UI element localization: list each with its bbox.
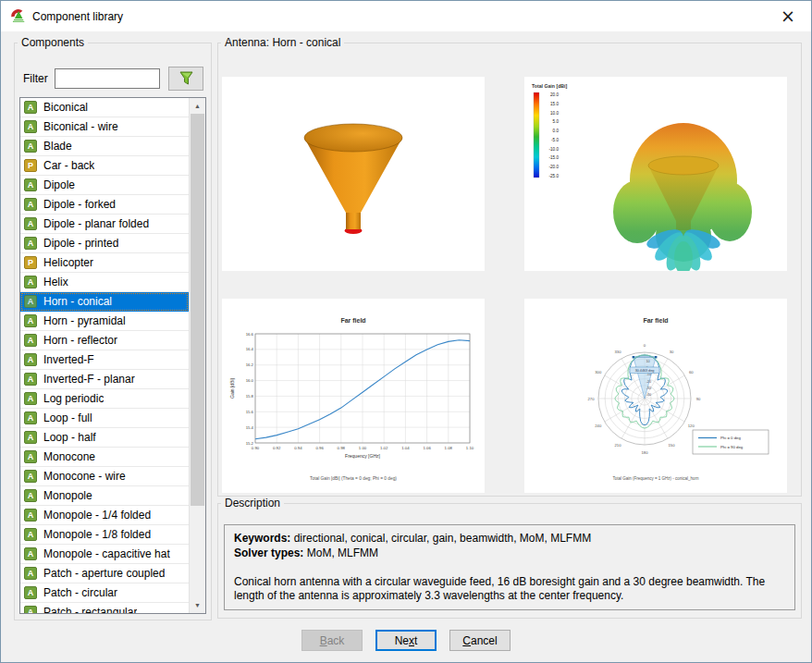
- list-item[interactable]: AInverted-F: [20, 350, 189, 370]
- back-button[interactable]: Back: [301, 630, 363, 651]
- list-scrollbar[interactable]: ▲ ▼: [189, 98, 205, 613]
- next-button[interactable]: Next: [375, 630, 437, 651]
- list-item-label: Dipole: [43, 178, 75, 191]
- description-text: Conical horn antenna with a circular wav…: [234, 575, 785, 605]
- antenna-icon: A: [24, 547, 37, 560]
- svg-text:16.6: 16.6: [246, 332, 254, 337]
- list-item-label: Biconical: [43, 101, 88, 114]
- list-item[interactable]: ADipole - planar folded: [20, 215, 189, 234]
- svg-text:Total Gain [dBi] (Theta = 0 de: Total Gain [dBi] (Theta = 0 deg; Phi = 0…: [310, 476, 397, 481]
- preview-group: Antenna: Horn - conical: [217, 36, 802, 497]
- antenna-icon: A: [24, 450, 37, 463]
- filter-row: Filter: [23, 66, 203, 91]
- svg-text:Total Gain (Frequency = 1 GHz): Total Gain (Frequency = 1 GHz) - conical…: [612, 476, 699, 481]
- list-item-label: Inverted-F - planar: [43, 373, 135, 386]
- list-item[interactable]: APatch - rectangular: [20, 603, 189, 613]
- antenna-icon: A: [24, 528, 37, 541]
- list-item[interactable]: AMonopole - capacitive hat: [20, 545, 189, 564]
- svg-text:-20: -20: [646, 380, 652, 384]
- list-item[interactable]: ALog periodic: [20, 389, 189, 409]
- platform-icon: P: [24, 256, 37, 269]
- svg-text:1.06: 1.06: [423, 446, 431, 450]
- list-item[interactable]: ALoop - full: [20, 409, 189, 428]
- filter-button[interactable]: [168, 67, 203, 91]
- svg-text:Phi = 90 deg: Phi = 90 deg: [720, 445, 744, 449]
- list-item[interactable]: AMonocone: [20, 448, 189, 467]
- list-item[interactable]: APatch - circular: [20, 583, 189, 603]
- components-group: Components Filter ABiconicalABiconical -…: [14, 36, 212, 620]
- list-item-label: Loop - full: [43, 411, 92, 424]
- svg-text:0.92: 0.92: [273, 446, 281, 450]
- app-icon: [10, 8, 26, 24]
- svg-text:120: 120: [688, 424, 695, 428]
- svg-text:15.2: 15.2: [246, 441, 254, 446]
- list-item[interactable]: ABlade: [20, 137, 189, 156]
- close-icon[interactable]: ×: [774, 4, 802, 28]
- list-item[interactable]: ABiconical - wire: [20, 117, 189, 137]
- list-item-label: Monopole - 1/8 folded: [43, 528, 151, 541]
- list-item[interactable]: ADipole: [20, 176, 189, 195]
- preview-3d-pattern: Total Gain [dBi]20.015.010.05.00.0-5.0-1…: [524, 77, 787, 271]
- list-item[interactable]: ADipole - printed: [20, 234, 189, 253]
- svg-text:-5.0: -5.0: [551, 138, 559, 142]
- list-item[interactable]: AHelix: [20, 273, 189, 292]
- list-item-label: Dipole - planar folded: [43, 217, 149, 230]
- solver-value: MoM, MLFMM: [303, 546, 378, 559]
- svg-text:1.08: 1.08: [445, 446, 453, 450]
- cancel-button[interactable]: Cancel: [449, 630, 511, 651]
- list-item-label: Monocone - wire: [43, 470, 126, 483]
- antenna-icon: A: [24, 353, 37, 366]
- svg-text:15.4: 15.4: [246, 425, 254, 430]
- svg-text:0: 0: [644, 343, 646, 348]
- list-item[interactable]: AMonopole - 1/8 folded: [20, 525, 189, 545]
- list-item-label: Dipole - forked: [43, 198, 116, 211]
- antenna-icon: A: [24, 470, 37, 483]
- scroll-up-icon[interactable]: ▲: [190, 98, 205, 114]
- list-item[interactable]: AHorn - pyramidal: [20, 312, 189, 331]
- list-item-label: Monopole - 1/4 folded: [43, 509, 151, 522]
- window-title: Component library: [32, 10, 123, 23]
- list-item-label: Horn - reflector: [43, 334, 117, 347]
- list-item[interactable]: ABiconical: [20, 98, 189, 117]
- svg-text:Far field: Far field: [643, 317, 668, 324]
- list-item[interactable]: AHorn - reflector: [20, 331, 189, 350]
- list-item[interactable]: AHorn - conical: [20, 292, 189, 312]
- scroll-down-icon[interactable]: ▼: [190, 597, 205, 613]
- list-item[interactable]: PCar - back: [20, 156, 189, 176]
- svg-text:270: 270: [588, 397, 596, 401]
- list-item[interactable]: ADipole - forked: [20, 195, 189, 215]
- svg-text:1.10: 1.10: [466, 446, 474, 450]
- antenna-icon: A: [24, 509, 37, 522]
- antenna-icon: A: [24, 217, 37, 230]
- svg-text:210: 210: [615, 443, 622, 448]
- svg-text:-10: -10: [646, 373, 652, 376]
- svg-text:30: 30: [670, 350, 674, 354]
- list-item[interactable]: AMonopole - 1/4 folded: [20, 506, 189, 525]
- svg-text:Total Gain [dBi]: Total Gain [dBi]: [532, 83, 568, 89]
- svg-text:-20.0: -20.0: [549, 165, 560, 169]
- list-item-label: Loop - half: [43, 431, 96, 444]
- scrollbar-thumb[interactable]: [191, 114, 204, 506]
- list-item[interactable]: AMonopole: [20, 486, 189, 506]
- svg-text:-25.0: -25.0: [549, 174, 560, 178]
- svg-text:60: 60: [689, 370, 694, 374]
- list-item[interactable]: AMonocone - wire: [20, 467, 189, 486]
- list-item[interactable]: APatch - aperture coupled: [20, 564, 189, 583]
- filter-input[interactable]: [55, 68, 160, 89]
- list-item-label: Horn - conical: [43, 295, 112, 308]
- svg-text:0.90: 0.90: [252, 446, 260, 450]
- list-item[interactable]: PHelicopter: [20, 253, 189, 273]
- svg-text:0.96: 0.96: [315, 446, 324, 450]
- list-item-label: Helicopter: [43, 256, 93, 269]
- svg-text:Far field: Far field: [340, 317, 365, 324]
- svg-text:16.0: 16.0: [246, 378, 254, 383]
- gain-line-svg: Far field0.900.920.940.960.981.001.021.0…: [222, 299, 485, 493]
- keywords-value: directional, conical, circular, gain, be…: [290, 532, 591, 545]
- antenna-icon: A: [24, 178, 37, 191]
- list-item[interactable]: AInverted-F - planar: [20, 370, 189, 389]
- svg-text:-10.0: -10.0: [549, 147, 560, 152]
- svg-text:10: 10: [646, 360, 650, 363]
- svg-text:Frequency [GHz]: Frequency [GHz]: [345, 453, 380, 459]
- antenna-icon: A: [24, 334, 37, 347]
- list-item[interactable]: ALoop - half: [20, 428, 189, 448]
